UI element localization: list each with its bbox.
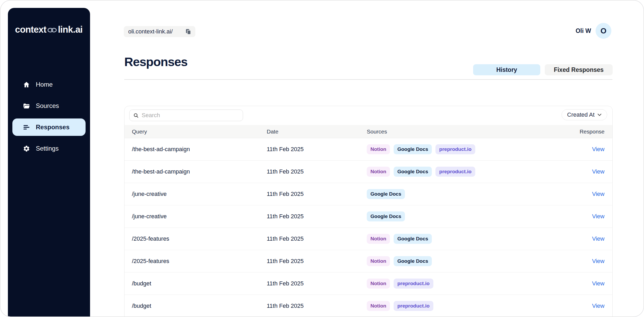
user-menu: Oli W O xyxy=(576,23,611,39)
view-link[interactable]: View xyxy=(592,191,605,197)
row-date: 11th Feb 2025 xyxy=(267,191,367,197)
view-link[interactable]: View xyxy=(592,235,605,242)
folder-open-icon xyxy=(23,102,30,110)
row-response-cell: View xyxy=(557,191,605,197)
user-name: Oli W xyxy=(576,27,591,34)
source-badge: preproduct.io xyxy=(394,301,433,311)
source-badge: preproduct.io xyxy=(435,144,475,154)
source-badge: Google Docs xyxy=(394,234,432,244)
table-toolbar: Created At xyxy=(125,106,612,125)
source-badge: Notion xyxy=(367,234,390,244)
row-sources: Notionpreproduct.io xyxy=(367,301,557,311)
source-badge: Google Docs xyxy=(394,144,432,154)
source-badge: Notion xyxy=(367,279,390,289)
view-link[interactable]: View xyxy=(592,303,605,309)
row-query: /june-creative xyxy=(132,191,267,197)
row-sources: Google Docs xyxy=(367,189,557,199)
responses-card: Created At Query Date Sources Response /… xyxy=(124,106,613,317)
row-response-cell: View xyxy=(557,280,605,287)
table-row: /the-best-ad-campaign 11th Feb 2025 Noti… xyxy=(125,161,612,183)
table-row: /2025-features 11th Feb 2025 NotionGoogl… xyxy=(125,228,612,250)
view-link[interactable]: View xyxy=(592,146,605,152)
sidebar-nav: Home Sources xyxy=(8,76,90,157)
avatar[interactable]: O xyxy=(596,23,611,39)
source-badge: preproduct.io xyxy=(435,167,475,177)
view-link[interactable]: View xyxy=(592,213,605,220)
table-row: /budget 11th Feb 2025 Notionpreproduct.i… xyxy=(125,295,612,317)
source-badge: Notion xyxy=(367,144,390,154)
avatar-initial: O xyxy=(601,27,607,35)
row-date: 11th Feb 2025 xyxy=(267,258,367,265)
source-badge: preproduct.io xyxy=(394,279,433,289)
sidebar-item-settings[interactable]: Settings xyxy=(12,140,86,157)
row-date: 11th Feb 2025 xyxy=(267,168,367,175)
list-lines-icon xyxy=(23,124,30,131)
row-sources: NotionGoogle Docspreproduct.io xyxy=(367,167,557,177)
sort-dropdown[interactable]: Created At xyxy=(562,109,607,120)
search-input[interactable] xyxy=(142,112,243,119)
public-url-pill: oli.context-link.ai/ xyxy=(124,26,195,37)
app-window: context link.ai Home xyxy=(0,0,644,317)
brand-logo-left: context xyxy=(15,24,46,35)
chain-link-icon xyxy=(47,27,58,33)
source-badge: Notion xyxy=(367,167,390,177)
row-query: /the-best-ad-campaign xyxy=(132,168,267,175)
column-header-date: Date xyxy=(267,128,367,135)
row-sources: Notionpreproduct.io xyxy=(367,279,557,289)
row-query: /2025-features xyxy=(132,235,267,242)
column-header-query: Query xyxy=(132,128,267,135)
table-body: /the-best-ad-campaign 11th Feb 2025 Noti… xyxy=(125,138,612,317)
row-response-cell: View xyxy=(557,168,605,175)
table-row: /budget 11th Feb 2025 Notionpreproduct.i… xyxy=(125,273,612,295)
row-response-cell: View xyxy=(557,235,605,242)
sidebar-item-responses[interactable]: Responses xyxy=(12,118,86,136)
row-query: /june-creative xyxy=(132,213,267,220)
page-title: Responses xyxy=(124,55,187,69)
sidebar-item-label: Settings xyxy=(36,145,59,152)
brand-logo-right: link.ai xyxy=(58,24,83,35)
source-badge: Notion xyxy=(367,256,390,266)
row-sources: NotionGoogle Docs xyxy=(367,234,557,244)
table-row: /the-best-ad-campaign 11th Feb 2025 Noti… xyxy=(125,138,612,161)
sidebar-item-label: Responses xyxy=(36,123,70,131)
table-row: /june-creative 11th Feb 2025 Google Docs… xyxy=(125,205,612,228)
sidebar-item-sources[interactable]: Sources xyxy=(12,97,86,115)
sidebar-item-home[interactable]: Home xyxy=(12,76,86,93)
public-url-text: oli.context-link.ai/ xyxy=(128,28,173,35)
row-sources: NotionGoogle Docs xyxy=(367,256,557,266)
row-response-cell: View xyxy=(557,213,605,220)
source-badge: Google Docs xyxy=(394,256,432,266)
table-row: /june-creative 11th Feb 2025 Google Docs… xyxy=(125,183,612,205)
source-badge: Google Docs xyxy=(394,167,432,177)
view-link[interactable]: View xyxy=(592,280,605,287)
chevron-down-icon xyxy=(597,113,602,116)
copy-icon[interactable] xyxy=(185,29,191,35)
tab-fixed-responses[interactable]: Fixed Responses xyxy=(545,64,613,75)
tab-history[interactable]: History xyxy=(473,64,540,75)
gear-icon xyxy=(23,145,30,152)
row-date: 11th Feb 2025 xyxy=(267,235,367,242)
view-link[interactable]: View xyxy=(592,258,605,264)
sidebar: context link.ai Home xyxy=(8,8,90,317)
sidebar-item-label: Sources xyxy=(36,102,59,110)
row-date: 11th Feb 2025 xyxy=(267,303,367,309)
column-header-response: Response xyxy=(557,128,605,135)
source-badge: Google Docs xyxy=(367,189,405,199)
row-date: 11th Feb 2025 xyxy=(267,280,367,287)
row-query: /budget xyxy=(132,303,267,309)
sort-dropdown-label: Created At xyxy=(567,111,595,118)
row-response-cell: View xyxy=(557,303,605,309)
search-box xyxy=(129,110,243,121)
search-icon xyxy=(133,113,139,118)
brand-logo[interactable]: context link.ai xyxy=(15,24,82,35)
home-icon xyxy=(23,81,30,88)
row-query: /2025-features xyxy=(132,258,267,265)
table-header-row: Query Date Sources Response xyxy=(125,125,612,138)
column-header-sources: Sources xyxy=(367,128,557,135)
source-badge: Google Docs xyxy=(367,211,405,221)
sidebar-item-label: Home xyxy=(36,81,53,88)
row-response-cell: View xyxy=(557,258,605,265)
view-link[interactable]: View xyxy=(592,168,605,175)
header-divider xyxy=(124,79,612,80)
row-sources: Google Docs xyxy=(367,211,557,221)
